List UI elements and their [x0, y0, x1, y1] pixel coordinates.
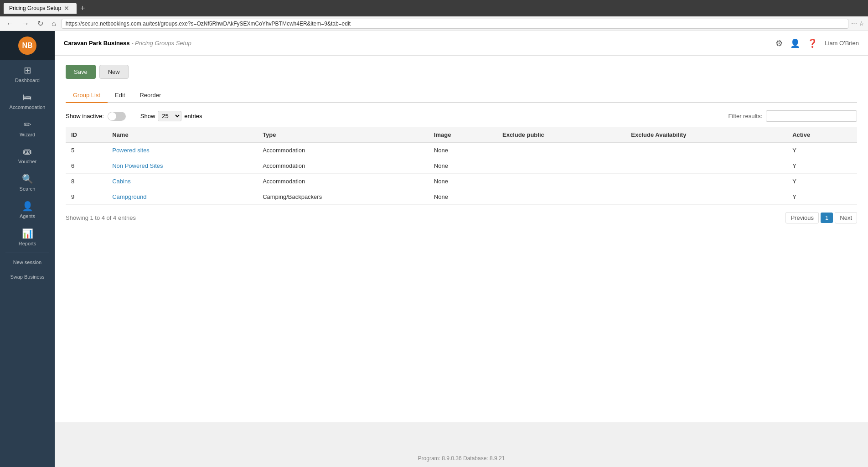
forward-button[interactable]: → [19, 19, 32, 29]
browser-nav: ← → ↻ ⌂ https://secure.netbookings.com.a… [0, 16, 868, 31]
row1-image: None [429, 143, 497, 158]
sidebar-item-search[interactable]: 🔍 Search [0, 169, 55, 196]
show-label: Show [140, 113, 155, 119]
bookmark-icon[interactable]: ☆ [859, 20, 864, 27]
tab-title: Pricing Groups Setup [9, 5, 61, 11]
row4-active: Y [787, 189, 857, 205]
voucher-icon: 🎟 [23, 146, 32, 157]
row3-exclude-avail [625, 174, 787, 189]
row2-active: Y [787, 158, 857, 174]
row1-exclude-public [497, 143, 625, 158]
accommodation-icon: 🛏 [23, 92, 32, 103]
browser-tab[interactable]: Pricing Groups Setup ✕ [4, 3, 77, 14]
sidebar-item-reports[interactable]: 📊 Reports [0, 223, 55, 251]
sidebar-item-accommodation[interactable]: 🛏 Accommodation [0, 88, 55, 114]
dashboard-icon: ⊞ [24, 65, 31, 76]
show-inactive-label: Show inactive: [66, 113, 104, 119]
row3-id: 8 [66, 174, 107, 189]
save-button[interactable]: Save [66, 65, 96, 79]
controls-row: Show inactive: Show 25 10 50 100 [66, 110, 857, 122]
row1-type: Accommodation [257, 143, 429, 158]
search-icon: 🔍 [22, 173, 33, 184]
row2-exclude-avail [625, 158, 787, 174]
col-image: Image [429, 127, 497, 143]
tab-close-icon[interactable]: ✕ [64, 5, 69, 12]
home-button[interactable]: ⌂ [49, 19, 59, 29]
sidebar-item-swap-business[interactable]: Swap Business [0, 270, 55, 284]
sidebar-item-voucher[interactable]: 🎟 Voucher [0, 142, 55, 169]
sidebar-label-new-session: New session [13, 259, 41, 265]
filter-input[interactable] [766, 110, 857, 122]
row1-exclude-avail [625, 143, 787, 158]
sidebar-item-dashboard[interactable]: ⊞ Dashboard [0, 60, 55, 88]
topbar-right: ⚙ 👤 ❓ Liam O'Brien [775, 38, 859, 48]
address-text: https://secure.netbookings.com.au/test/g… [66, 21, 844, 27]
page-title: - Pricing Groups Setup [131, 40, 191, 47]
main-content: Save New Group List Edit Reorder Show in… [55, 56, 868, 450]
row3-name[interactable]: Cabins [112, 178, 130, 185]
tab-group-list[interactable]: Group List [66, 88, 108, 103]
sidebar-label-swap-business: Swap Business [10, 274, 44, 280]
new-button[interactable]: New [99, 65, 129, 79]
tab-edit[interactable]: Edit [108, 88, 132, 103]
sidebar-item-wizard[interactable]: ✏ Wizard [0, 114, 55, 142]
next-button[interactable]: Next [835, 212, 857, 223]
col-name: Name [107, 127, 257, 143]
topbar-title: Caravan Park Business - Pricing Groups S… [64, 40, 191, 47]
extensions-icon[interactable]: ⋯ [851, 20, 857, 27]
show-entries-control: Show 25 10 50 100 entries [140, 111, 202, 121]
show-inactive-control: Show inactive: [66, 112, 126, 121]
help-icon[interactable]: ❓ [807, 38, 817, 48]
data-table: ID Name Type Image Exclude public Exclud… [66, 127, 857, 205]
user-name: Liam O'Brien [825, 40, 859, 47]
sidebar-divider [5, 253, 49, 253]
table-row: 5 Powered sites Accommodation None Y [66, 143, 857, 158]
address-bar[interactable]: https://secure.netbookings.com.au/test/g… [62, 19, 848, 29]
row2-image: None [429, 158, 497, 174]
entries-select[interactable]: 25 10 50 100 [158, 111, 181, 121]
sidebar-label-wizard: Wizard [20, 132, 35, 137]
row3-exclude-public [497, 174, 625, 189]
table-row: 8 Cabins Accommodation None Y [66, 174, 857, 189]
table-row: 9 Campground Camping/Backpackers None Y [66, 189, 857, 205]
settings-icon[interactable]: ⚙ [775, 38, 783, 48]
version-text: Program: 8.9.0.36 Database: 8.9.21 [418, 455, 505, 462]
row4-image: None [429, 189, 497, 205]
col-exclude-public: Exclude public [497, 127, 625, 143]
table-row: 6 Non Powered Sites Accommodation None Y [66, 158, 857, 174]
sidebar-label-search: Search [20, 186, 36, 192]
agents-icon: 👤 [22, 201, 33, 212]
reload-button[interactable]: ↻ [35, 18, 46, 29]
col-active: Active [787, 127, 857, 143]
showing-text: Showing 1 to 4 of 4 entries [66, 214, 136, 221]
row4-name[interactable]: Campground [112, 193, 146, 200]
tabs: Group List Edit Reorder [66, 88, 857, 103]
sidebar-label-voucher: Voucher [18, 159, 36, 164]
inactive-toggle[interactable] [108, 112, 126, 121]
row1-id: 5 [66, 143, 107, 158]
topbar: Caravan Park Business - Pricing Groups S… [55, 31, 868, 56]
row2-type: Accommodation [257, 158, 429, 174]
sidebar-label-accommodation: Accommodation [10, 104, 46, 110]
nav-extras: ⋯ ☆ [851, 20, 864, 27]
tab-reorder[interactable]: Reorder [132, 88, 168, 103]
previous-button[interactable]: Previous [785, 212, 819, 223]
pagination-controls: Previous 1 Next [785, 212, 857, 223]
new-tab-icon[interactable]: + [80, 4, 85, 13]
entries-label: entries [184, 113, 202, 119]
sidebar-item-new-session[interactable]: New session [0, 255, 55, 270]
user-icon[interactable]: 👤 [790, 38, 800, 48]
back-button[interactable]: ← [4, 19, 16, 29]
row4-type: Camping/Backpackers [257, 189, 429, 205]
sidebar-item-agents[interactable]: 👤 Agents [0, 196, 55, 223]
row1-active: Y [787, 143, 857, 158]
row1-name[interactable]: Powered sites [112, 147, 150, 154]
row4-exclude-public [497, 189, 625, 205]
filter-label: Filter results: [728, 113, 762, 119]
row2-name[interactable]: Non Powered Sites [112, 162, 163, 169]
col-id: ID [66, 127, 107, 143]
filter-right: Filter results: [728, 110, 857, 122]
col-exclude-availability: Exclude Availability [625, 127, 787, 143]
toolbar: Save New [66, 65, 857, 79]
app-footer: Program: 8.9.0.36 Database: 8.9.21 [55, 450, 868, 467]
